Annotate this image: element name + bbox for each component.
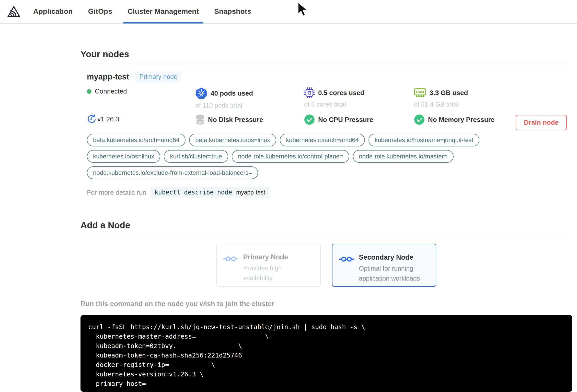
pods-total: of 110 pods total xyxy=(195,102,304,109)
stat-pods: 40 pods used of 110 pods total xyxy=(195,87,304,109)
tab-gitops[interactable]: GitOps xyxy=(84,0,117,23)
section-divider xyxy=(80,235,572,235)
memory-pressure-label: No Memory Pressure xyxy=(428,116,494,124)
stat-memory: RAM 3.3 GB used of 31.4 GB total xyxy=(414,87,572,109)
node-label-tag: kubernetes.io/os=linux xyxy=(87,150,160,163)
primary-node-card[interactable]: Primary Node Provides high availability xyxy=(216,244,321,287)
ram-icon: RAM xyxy=(414,87,426,98)
node-status: Connected xyxy=(95,87,127,95)
tab-snapshots[interactable]: Snapshots xyxy=(210,0,255,23)
card-text: Secondary Node Optimal for running appli… xyxy=(359,253,422,283)
check-circle-icon xyxy=(414,114,425,125)
node-label-tag: beta.kubernetes.io/os=linux xyxy=(189,134,276,146)
node-details-hint: For more details run kubectl describe no… xyxy=(87,187,572,198)
tab-cluster-management[interactable]: Cluster Management xyxy=(123,0,203,23)
memory-total: of 31.4 GB total xyxy=(414,101,572,108)
cpu-icon xyxy=(304,87,315,98)
add-node-heading: Add a Node xyxy=(80,220,572,230)
app-logo xyxy=(7,0,20,23)
node-name: myapp-test xyxy=(87,72,129,82)
node-card: myapp-test Primary node Connected xyxy=(80,64,572,198)
logo-icon xyxy=(7,5,20,18)
cores-total: of 8 cores total xyxy=(304,101,414,108)
secondary-node-title: Secondary Node xyxy=(359,253,422,261)
check-circle-icon xyxy=(304,114,315,125)
stat-cpu-pressure: No CPU Pressure xyxy=(304,114,414,125)
drain-node-button[interactable]: Drain node xyxy=(516,115,567,130)
your-nodes-heading: Your nodes xyxy=(80,49,572,59)
version-update-icon xyxy=(87,114,97,124)
main-content: Your nodes myapp-test Primary node Conne… xyxy=(0,49,577,392)
memory-used: 3.3 GB used xyxy=(430,89,468,97)
tab-application[interactable]: Application xyxy=(29,0,77,23)
stat-connected: Connected xyxy=(87,87,195,109)
stat-disk-pressure: No Disk Pressure xyxy=(195,114,304,125)
node-label-tag: kubernetes.io/hostname=jonquil-test xyxy=(368,134,479,146)
top-nav: Application GitOps Cluster Management Sn… xyxy=(0,0,577,24)
primary-node-title: Primary Node xyxy=(243,253,307,261)
node-type-cards: Primary Node Provides high availability … xyxy=(80,244,572,287)
primary-node-badge: Primary node xyxy=(135,71,181,82)
pods-used: 40 pods used xyxy=(211,89,253,97)
linked-nodes-icon xyxy=(223,255,238,262)
your-nodes-section: Your nodes myapp-test Primary node Conne… xyxy=(80,49,572,198)
nav-tabs: Application GitOps Cluster Management Sn… xyxy=(29,0,255,23)
cpu-pressure-label: No CPU Pressure xyxy=(318,116,373,124)
mouse-cursor-icon xyxy=(295,1,310,18)
disk-pressure-label: No Disk Pressure xyxy=(208,116,263,124)
cores-used: 0.5 cores used xyxy=(318,89,364,97)
join-instruction: Run this command on the node you wish to… xyxy=(80,300,572,308)
secondary-node-subtitle: Optimal for running application workload… xyxy=(359,263,422,283)
stat-cores: 0.5 cores used of 8 cores total xyxy=(304,87,414,109)
join-command-block: curl -fsSL https://kurl.sh/jq-new-test-u… xyxy=(80,315,572,392)
node-version: v1.26.3 xyxy=(97,115,119,123)
node-label-tag: kubernetes.io/arch=amd64 xyxy=(280,134,365,146)
connected-dot-icon xyxy=(87,89,91,94)
details-prefix: For more details run xyxy=(87,189,146,197)
disk-icon xyxy=(195,114,205,125)
node-label-tag: beta.kubernetes.io/arch=amd64 xyxy=(87,134,186,146)
node-labels: beta.kubernetes.io/arch=amd64 beta.kuber… xyxy=(87,134,521,179)
primary-node-subtitle: Provides high availability xyxy=(243,263,307,283)
add-node-section: Add a Node Primary Node Provides high av… xyxy=(80,220,572,392)
linked-nodes-icon xyxy=(339,256,354,263)
kubernetes-icon xyxy=(195,87,207,99)
node-label-tag: node-role.kubernetes.io/master= xyxy=(353,150,454,163)
card-text: Primary Node Provides high availability xyxy=(243,253,307,283)
describe-command: kubectl describe node xyxy=(155,189,232,196)
describe-command-chip: kubectl describe node myapp-test xyxy=(151,187,269,198)
svg-text:RAM: RAM xyxy=(416,90,424,94)
node-stats-grid: Connected xyxy=(87,87,572,125)
stat-version: v1.26.3 xyxy=(87,114,195,125)
node-label-tag: node.kubernetes.io/exclude-from-external… xyxy=(87,166,258,179)
describe-command-node: myapp-test xyxy=(236,189,265,196)
secondary-node-card[interactable]: Secondary Node Optimal for running appli… xyxy=(332,244,436,287)
node-label-tag: node-role.kubernetes.io/control-plane= xyxy=(232,150,349,163)
node-header: myapp-test Primary node xyxy=(87,71,572,82)
node-label-tag: kurl.sh/cluster=true xyxy=(164,150,228,163)
